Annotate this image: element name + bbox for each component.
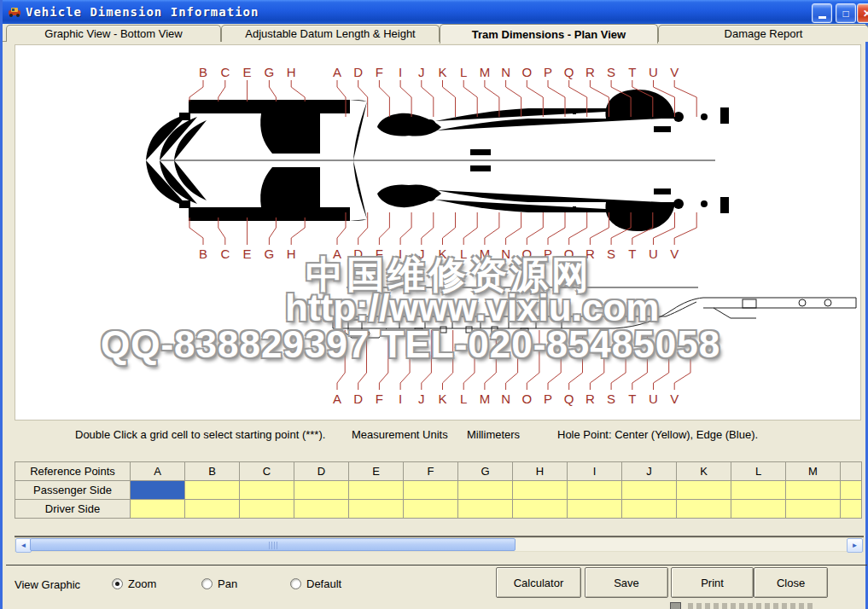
grid-header-e: E	[349, 462, 404, 481]
ref-letter-C: C	[218, 246, 232, 261]
ref-letter-V: V	[667, 246, 681, 261]
grid-header-l: L	[731, 462, 786, 481]
watermark-line3: QQ-838829397 TEL-020-85485058	[101, 323, 720, 366]
ref-letter-T: T	[626, 65, 639, 79]
checkbox-icon	[670, 602, 681, 609]
grid-cell-passenger-side-L[interactable]	[731, 481, 786, 500]
tab-damage-report[interactable]: Damage Report	[658, 25, 868, 42]
grid-cell-driver-side-B[interactable]	[185, 500, 240, 519]
ref-letter-O: O	[520, 65, 533, 79]
close-button[interactable]: Close	[754, 567, 828, 598]
ref-letter-O: O	[520, 392, 533, 406]
ref-letter-N: N	[499, 392, 513, 406]
ref-letter-I: I	[393, 65, 407, 79]
grid-cell-driver-side-H[interactable]	[513, 500, 568, 519]
grid-header-c: C	[240, 462, 294, 481]
grid-cell-passenger-side-G[interactable]	[458, 481, 513, 500]
grid-cell-passenger-side-C[interactable]	[240, 481, 294, 500]
grid-cell-driver-side-C[interactable]	[240, 500, 294, 519]
grid-cell-passenger-side-A[interactable]	[131, 481, 185, 500]
ref-letter-R: R	[583, 392, 597, 406]
view-graphic-label: View Graphic	[15, 578, 80, 591]
ref-letter-V: V	[667, 65, 681, 79]
grid-header-h: H	[513, 462, 568, 481]
ref-letter-P: P	[541, 65, 555, 79]
grid-cell-driver-side-A[interactable]	[131, 500, 185, 519]
radio-icon-zoom[interactable]	[112, 578, 123, 589]
grid-row-passenger-side: Passenger Side	[15, 481, 862, 500]
grid-cell-driver-side-E[interactable]	[349, 500, 404, 519]
grid-header-reference-points: Reference Points	[15, 462, 131, 481]
grid-cell-driver-side-I[interactable]	[568, 500, 622, 519]
diagram-canvas[interactable]: 中国维修资源网 http://www.vixiu.com QQ-83882939…	[15, 44, 861, 420]
radio-icon-pan[interactable]	[201, 578, 213, 589]
grid-header-m: M	[786, 462, 841, 481]
row-label-passenger-side: Passenger Side	[15, 481, 131, 500]
grid-cell-passenger-side-B[interactable]	[185, 481, 240, 500]
ref-letter-K: K	[436, 65, 450, 79]
ref-letter-J: J	[415, 392, 428, 406]
ref-letter-J: J	[415, 65, 428, 79]
grid-cell-driver-side-G[interactable]	[458, 500, 513, 519]
ref-letter-P: P	[541, 392, 555, 406]
grid-cell-passenger-side-M[interactable]	[786, 481, 841, 500]
grid-cell-passenger-side-I[interactable]	[568, 481, 622, 500]
tab-graphic-view-bottom-view[interactable]: Graphic View - Bottom View	[6, 25, 221, 42]
ref-letter-S: S	[604, 246, 618, 261]
grid-cell-driver-side-L[interactable]	[731, 500, 786, 519]
ref-letter-Q: Q	[562, 392, 576, 406]
scrollbar-grip	[269, 542, 277, 549]
bottom-divider	[6, 565, 867, 566]
grid-cell-driver-side-F[interactable]	[404, 500, 458, 519]
scrollbar-thumb[interactable]	[30, 538, 516, 551]
restore-button[interactable]: □	[836, 3, 856, 23]
grid-cell-driver-side-D[interactable]	[294, 500, 349, 519]
ref-letter-E: E	[241, 65, 254, 79]
title-bar: Vehicle Dimension Information □ ✕	[3, 0, 868, 24]
ref-letter-T: T	[626, 246, 639, 261]
ref-letter-H: H	[284, 65, 298, 79]
horizontal-scrollbar[interactable]: ◄ ►	[15, 537, 864, 552]
radio-pan[interactable]: Pan	[201, 577, 237, 590]
grid-cell-passenger-side-K[interactable]	[677, 481, 731, 500]
ref-letter-Q: Q	[562, 65, 576, 79]
measurement-units-value: Millimeters	[467, 428, 520, 441]
grid-header-k: K	[677, 462, 731, 481]
grid-cell-passenger-side-F[interactable]	[404, 481, 458, 500]
tab-tram-dimensions-plan-view[interactable]: Tram Dimensions - Plan View	[440, 24, 658, 44]
radio-zoom[interactable]: Zoom	[112, 577, 156, 590]
grid-header-j: J	[622, 462, 677, 481]
clipped-checkbox[interactable]	[670, 602, 816, 609]
grid-cell-passenger-side-E[interactable]	[349, 481, 404, 500]
grid-cell-passenger-side-partial[interactable]	[841, 481, 862, 500]
grid-cell-driver-side-partial[interactable]	[841, 500, 862, 519]
tab-adjustable-datum-length-height[interactable]: Adjustable Datum Length & Height	[221, 25, 440, 42]
ref-letter-M: M	[478, 65, 492, 79]
calculator-button[interactable]: Calculator	[496, 567, 581, 598]
ref-letter-E: E	[241, 246, 254, 261]
app-icon	[8, 5, 21, 19]
radio-icon-default[interactable]	[290, 578, 301, 589]
radio-default[interactable]: Default	[290, 577, 341, 590]
print-button[interactable]: Print	[671, 567, 754, 598]
grid-cell-driver-side-J[interactable]	[622, 500, 677, 519]
close-window-button[interactable]: ✕	[857, 3, 868, 23]
ref-letter-T: T	[626, 392, 639, 406]
scroll-right-button[interactable]: ►	[847, 538, 863, 553]
grid-cell-passenger-side-J[interactable]	[622, 481, 677, 500]
minimize-button[interactable]	[812, 3, 832, 23]
window-title: Vehicle Dimension Information	[26, 5, 259, 19]
ref-letter-S: S	[604, 65, 618, 79]
grid-cell-passenger-side-D[interactable]	[294, 481, 349, 500]
grid-header-partial	[841, 462, 862, 481]
grid-cell-passenger-side-H[interactable]	[513, 481, 568, 500]
ref-letter-M: M	[478, 392, 492, 406]
ref-letter-U: U	[647, 246, 661, 261]
ref-letter-D: D	[352, 65, 365, 79]
grid-cell-driver-side-M[interactable]	[786, 500, 841, 519]
save-button[interactable]: Save	[585, 567, 668, 598]
ref-letter-F: F	[372, 65, 386, 79]
grid-cell-driver-side-K[interactable]	[677, 500, 731, 519]
ref-letter-H: H	[284, 246, 298, 261]
measurement-grid: Reference PointsABCDEFGHIJKLMPassenger S…	[15, 461, 862, 519]
